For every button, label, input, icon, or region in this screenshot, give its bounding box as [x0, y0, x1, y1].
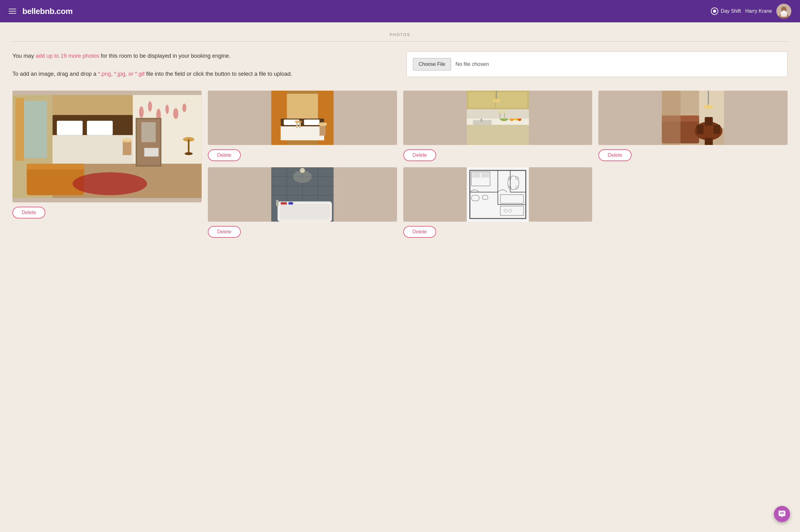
- avatar: [776, 4, 791, 19]
- user-name: Harry Krane: [745, 8, 772, 14]
- photo-img-3: [403, 91, 593, 145]
- svg-rect-64: [504, 112, 505, 119]
- svg-rect-61: [467, 109, 529, 118]
- chat-bubble[interactable]: [774, 506, 790, 522]
- svg-point-31: [73, 172, 147, 195]
- delete-button-6[interactable]: Delete: [403, 226, 436, 238]
- svg-rect-75: [662, 91, 681, 145]
- desc-ext: *.png, *.jpg, or *.gif: [98, 71, 144, 77]
- delete-button-1[interactable]: Delete: [13, 207, 46, 218]
- svg-rect-27: [188, 139, 189, 154]
- svg-point-60: [493, 99, 500, 102]
- photo-item-6: Delete: [403, 167, 593, 238]
- desc-line2-before: To add an image, drag and drop a: [13, 71, 98, 77]
- svg-rect-76: [708, 91, 709, 106]
- desc-after: for this room to be displayed in your bo…: [99, 53, 231, 59]
- svg-rect-53: [473, 120, 491, 125]
- shift-label: Day Shift: [721, 8, 741, 14]
- svg-rect-102: [481, 173, 489, 177]
- sun-icon: [711, 7, 718, 15]
- svg-rect-14: [53, 135, 133, 164]
- svg-point-28: [184, 152, 193, 155]
- top-area: You may add up to 19 more photos for thi…: [13, 52, 787, 78]
- photo-item-1: Delete: [13, 91, 202, 218]
- svg-point-77: [704, 104, 713, 109]
- no-file-text: No file chosen: [455, 61, 489, 68]
- svg-point-65: [502, 110, 507, 113]
- svg-rect-59: [496, 91, 497, 100]
- logo: bellebnb.com: [22, 6, 73, 16]
- desc-line2-after: file into the field or click the button …: [144, 71, 292, 77]
- desc-highlight: add up to 19 more photos: [35, 53, 99, 59]
- delete-button-4[interactable]: Delete: [598, 149, 631, 161]
- svg-rect-72: [714, 125, 721, 134]
- file-upload-area: Choose File No file chosen: [406, 52, 788, 77]
- svg-point-21: [182, 104, 186, 112]
- section-title: PHOTOS: [13, 32, 787, 42]
- svg-rect-62: [499, 112, 501, 119]
- hamburger-menu[interactable]: [9, 9, 16, 14]
- svg-point-16: [139, 107, 144, 118]
- svg-rect-42: [320, 125, 326, 136]
- photo-item-3: Delete: [403, 91, 593, 161]
- svg-rect-12: [57, 121, 83, 135]
- delete-button-2[interactable]: Delete: [208, 149, 241, 161]
- svg-point-33: [122, 138, 132, 143]
- svg-rect-90: [276, 200, 278, 206]
- photo-item-5: Delete: [208, 167, 397, 238]
- header-left: bellebnb.com: [9, 6, 73, 16]
- delete-button-3[interactable]: Delete: [403, 149, 436, 161]
- choose-file-button[interactable]: Choose File: [413, 58, 451, 71]
- svg-rect-51: [496, 92, 527, 108]
- chat-icon: [778, 510, 786, 518]
- photos-grid: Delete: [13, 91, 787, 238]
- header-right: Day Shift Harry Krane: [711, 4, 791, 19]
- svg-point-17: [148, 101, 152, 112]
- svg-rect-25: [144, 148, 159, 157]
- svg-rect-3: [781, 12, 787, 17]
- svg-point-47: [298, 120, 302, 123]
- svg-rect-32: [123, 141, 131, 155]
- description: You may add up to 19 more photos for thi…: [13, 52, 394, 78]
- main-content: PHOTOS You may add up to 19 more photos …: [0, 22, 800, 248]
- svg-rect-24: [141, 122, 156, 142]
- svg-rect-71: [697, 125, 704, 134]
- svg-rect-91: [280, 202, 287, 205]
- file-input-wrapper: Choose File No file chosen: [406, 52, 788, 77]
- svg-rect-92: [288, 202, 293, 205]
- photo-img-6: [403, 167, 593, 222]
- svg-point-20: [173, 108, 178, 119]
- photo-img-1: [13, 91, 202, 202]
- photo-item-2: Delete: [208, 91, 397, 161]
- svg-point-43: [318, 122, 327, 126]
- svg-rect-74: [705, 138, 713, 145]
- svg-rect-50: [468, 92, 495, 108]
- header: bellebnb.com Day Shift Harry Krane: [0, 0, 800, 22]
- desc-before: You may: [13, 53, 35, 59]
- photo-img-2: [208, 91, 397, 145]
- svg-rect-89: [280, 204, 330, 220]
- svg-rect-13: [87, 121, 113, 135]
- day-shift[interactable]: Day Shift: [711, 7, 741, 15]
- svg-point-87: [293, 170, 312, 183]
- photo-img-4: [598, 91, 787, 145]
- svg-rect-30: [27, 164, 84, 169]
- svg-point-19: [166, 105, 169, 114]
- svg-rect-41: [304, 119, 320, 125]
- svg-rect-73: [705, 117, 713, 126]
- svg-rect-101: [472, 173, 480, 177]
- delete-button-5[interactable]: Delete: [208, 226, 241, 238]
- photo-img-5: [208, 167, 397, 222]
- photo-item-4: Delete: [598, 91, 787, 161]
- svg-rect-4: [782, 11, 785, 13]
- svg-rect-9: [15, 98, 24, 161]
